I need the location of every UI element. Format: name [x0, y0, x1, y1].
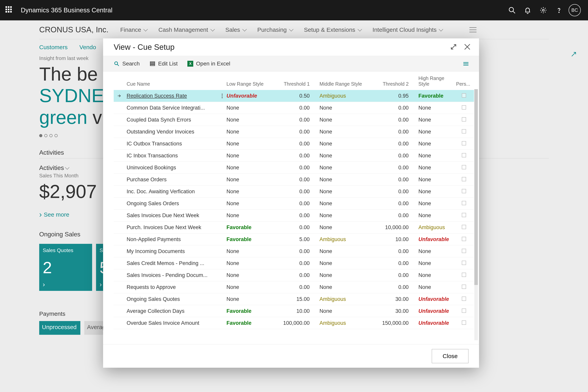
- table-row[interactable]: Average Collection Days Favorable 10.00 …: [114, 305, 474, 317]
- personalized-checkbox[interactable]: [462, 249, 466, 253]
- col-threshold-1[interactable]: Threshold 1: [268, 72, 312, 90]
- threshold-1: 0.00: [268, 246, 312, 257]
- table-row[interactable]: Coupled Data Synch Errors None 0.00 None…: [114, 114, 474, 126]
- nav-finance[interactable]: Finance: [120, 26, 146, 33]
- hamburger-icon[interactable]: [470, 27, 476, 32]
- nav-cash-management[interactable]: Cash Management: [158, 26, 214, 33]
- threshold-2: 0.00: [367, 210, 410, 222]
- table-row[interactable]: Ongoing Sales Orders None 0.00 None 0.00…: [114, 198, 474, 210]
- personalized-checkbox[interactable]: [462, 189, 466, 193]
- table-row[interactable]: Non-Applied Payments Favorable 5.00 Ambi…: [114, 234, 474, 246]
- personalized-checkbox[interactable]: [462, 261, 466, 265]
- threshold-2: 0.00: [367, 269, 410, 281]
- row-actions-icon[interactable]: [222, 94, 223, 98]
- high-range-style: None: [418, 117, 431, 123]
- table-row[interactable]: Common Data Service Integrati... None 0.…: [114, 102, 474, 114]
- personalized-checkbox[interactable]: [462, 141, 466, 146]
- personalized-checkbox[interactable]: [462, 225, 466, 229]
- list-view-icon[interactable]: [463, 62, 468, 66]
- col-high-range[interactable]: High Range Style: [410, 72, 454, 90]
- col-threshold-2[interactable]: Threshold 2: [367, 72, 410, 90]
- cue-name-link[interactable]: Replication Success Rate: [126, 93, 187, 99]
- personalized-checkbox[interactable]: [462, 213, 466, 217]
- personalized-checkbox[interactable]: [462, 165, 466, 169]
- search-icon[interactable]: [504, 2, 520, 18]
- tile-sales-quotes[interactable]: Sales Quotes 2 ›: [39, 244, 92, 291]
- table-row[interactable]: Sales Invoices - Pending Docum... None 0…: [114, 269, 474, 281]
- user-avatar[interactable]: BC: [567, 2, 582, 18]
- search-action[interactable]: Search: [114, 60, 140, 67]
- cue-name: Coupled Data Synch Errors: [126, 117, 191, 123]
- table-row[interactable]: IC Inbox Transactions None 0.00 None 0.0…: [114, 150, 474, 162]
- cue-name: Common Data Service Integrati...: [126, 105, 205, 111]
- mid-range-style: Ambiguous: [320, 93, 346, 99]
- table-row[interactable]: Outstanding Vendor Invoices None 0.00 No…: [114, 126, 474, 138]
- personalized-checkbox[interactable]: [462, 105, 466, 110]
- company-name[interactable]: CRONUS USA, Inc.: [39, 25, 108, 34]
- personalized-checkbox[interactable]: [462, 284, 466, 289]
- mid-range-style: None: [320, 200, 332, 206]
- nav-purchasing[interactable]: Purchasing: [257, 26, 292, 33]
- personalized-checkbox[interactable]: [462, 177, 466, 181]
- threshold-2: 0.00: [367, 246, 410, 257]
- table-row[interactable]: Sales Invoices Due Next Week None 0.00 N…: [114, 210, 474, 222]
- edit-list-action[interactable]: Edit List: [150, 60, 178, 67]
- personalized-checkbox[interactable]: [462, 320, 466, 325]
- personalized-checkbox[interactable]: [462, 153, 466, 158]
- high-range-style: None: [418, 129, 431, 135]
- tile-unprocessed[interactable]: Unprocessed: [39, 321, 80, 335]
- close-icon[interactable]: [463, 43, 471, 52]
- help-icon[interactable]: [551, 2, 567, 18]
- table-row[interactable]: Purch. Invoices Due Next Week Favorable …: [114, 222, 474, 234]
- personalized-checkbox[interactable]: [462, 308, 466, 313]
- activities-dropdown[interactable]: Activities: [39, 164, 68, 172]
- threshold-1: 0.00: [268, 186, 312, 198]
- mid-range-style: Ambiguous: [320, 236, 346, 242]
- maximize-icon[interactable]: [450, 43, 458, 52]
- table-row[interactable]: Requests to Approve None 0.00 None 0.00 …: [114, 281, 474, 293]
- col-low-range[interactable]: Low Range Style: [224, 72, 268, 90]
- col-mid-range[interactable]: Middle Range Style: [312, 72, 367, 90]
- table-row[interactable]: Replication Success Rate Unfavorable 0.5…: [114, 90, 474, 102]
- gear-icon[interactable]: [536, 2, 551, 18]
- table-row[interactable]: IC Outbox Transactions None 0.00 None 0.…: [114, 138, 474, 150]
- vertical-scrollbar[interactable]: [474, 89, 478, 340]
- low-range-style: None: [226, 200, 239, 206]
- nav-sales[interactable]: Sales: [226, 26, 246, 33]
- col-personalized[interactable]: Pers...: [454, 72, 474, 90]
- personalized-checkbox[interactable]: [462, 237, 466, 241]
- mid-range-style: None: [320, 272, 332, 278]
- bell-icon[interactable]: [520, 2, 536, 18]
- threshold-1: 0.00: [268, 150, 312, 162]
- see-more-link[interactable]: See more: [39, 210, 69, 219]
- subnav-customers[interactable]: Customers: [39, 44, 68, 50]
- personalized-checkbox[interactable]: [462, 201, 466, 205]
- table-row[interactable]: Overdue Sales Invoice Amount Favorable 1…: [114, 317, 474, 329]
- personalized-checkbox[interactable]: [462, 117, 466, 122]
- table-row[interactable]: Ongoing Sales Quotes None 15.00 Ambiguou…: [114, 293, 474, 305]
- close-button[interactable]: Close: [432, 349, 468, 363]
- personalized-checkbox[interactable]: [462, 93, 466, 98]
- col-cue-name[interactable]: Cue Name: [114, 72, 224, 90]
- threshold-1: 0.00: [268, 210, 312, 222]
- expand-icon[interactable]: [570, 51, 577, 58]
- modal-title: View - Cue Setup: [114, 43, 175, 52]
- personalized-checkbox[interactable]: [462, 129, 466, 134]
- low-range-style: None: [226, 165, 239, 170]
- svg-line-1: [513, 11, 515, 13]
- modal-titlebar: View - Cue Setup: [103, 38, 479, 56]
- table-row[interactable]: Sales Credit Memos - Pending ... None 0.…: [114, 257, 474, 269]
- table-row[interactable]: Purchase Orders None 0.00 None 0.00 None: [114, 174, 474, 186]
- table-row[interactable]: Uninvoiced Bookings None 0.00 None 0.00 …: [114, 162, 474, 174]
- cue-name: My Incoming Documents: [126, 248, 185, 254]
- threshold-1: 0.50: [268, 90, 312, 102]
- personalized-checkbox[interactable]: [462, 296, 466, 301]
- personalized-checkbox[interactable]: [462, 273, 466, 277]
- table-row[interactable]: My Incoming Documents None 0.00 None 0.0…: [114, 246, 474, 257]
- open-excel-action[interactable]: XOpen in Excel: [188, 60, 230, 67]
- nav-cloud-insights[interactable]: Intelligent Cloud Insights: [372, 26, 442, 33]
- nav-setup-extensions[interactable]: Setup & Extensions: [304, 26, 361, 33]
- subnav-vendors[interactable]: Vendo: [80, 44, 96, 50]
- app-launcher-icon[interactable]: [6, 6, 13, 14]
- table-row[interactable]: Inc. Doc. Awaiting Verfication None 0.00…: [114, 186, 474, 198]
